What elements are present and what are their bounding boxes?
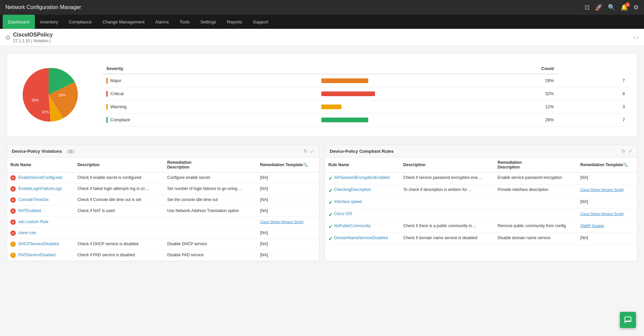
v-col-desc: Description — [74, 157, 164, 173]
compliant-title-group: Device-Policy Compliant Rules — [330, 149, 394, 154]
compliant-title: Device-Policy Compliant Rules — [330, 149, 394, 154]
template-na: [NA] — [260, 186, 268, 191]
v-desc-cell: Check if enable secret is configured — [74, 173, 164, 184]
v-template-cell: [NA] — [257, 250, 319, 261]
c-template-cell: SNMP Disable — [577, 221, 637, 233]
nav-tools[interactable]: Tools — [174, 15, 195, 29]
compliant-template-link[interactable]: Cisco Show Version Script — [580, 188, 624, 192]
c-template-cell: [NA] — [577, 173, 637, 185]
violations-refresh-icon[interactable]: ↻ — [304, 148, 308, 154]
v-template-cell: [NA] — [257, 206, 319, 217]
rule-name-link[interactable]: PADServiceDisabled — [18, 253, 56, 257]
error-icon: ✕ — [10, 197, 16, 203]
severity-bar-cell — [317, 74, 418, 87]
severity-count: 7 — [558, 74, 629, 87]
c-desc-cell: Check if service password encryption ena… — [400, 173, 494, 185]
compliant-icon: ✔ — [328, 236, 333, 242]
severity-pct: 32% — [418, 87, 558, 100]
v-desc-cell: Check if NAT is used — [74, 206, 164, 217]
v-template-cell: Cisco Show Version Script — [257, 217, 319, 228]
c-col-desc: Description — [400, 157, 494, 173]
compliant-rule-link[interactable]: DomainNameServiceDisabled — [334, 236, 388, 240]
c-rule-cell: ✔ CheckingDescription — [325, 185, 400, 197]
pie-chart: 28% 12% 28% 32% — [15, 61, 82, 128]
nav-settings[interactable]: Settings — [195, 15, 222, 29]
v-desc-cell: Check if failed login attempts log is co… — [74, 184, 164, 195]
compliant-rule-link[interactable]: CheckingDescription — [334, 187, 371, 192]
compliant-rule-link[interactable]: SrPasswordEncryptionEnabled — [334, 175, 389, 180]
severity-count: 7 — [558, 113, 629, 126]
severity-bar-cell — [317, 87, 418, 100]
rocket-icon[interactable]: 🚀 — [595, 4, 602, 11]
severity-pct: 28% — [418, 113, 558, 126]
v-rem-desc-cell: Set number of login failures to go unlog… — [164, 184, 257, 195]
float-chat-button[interactable] — [620, 312, 636, 328]
rule-name-link[interactable]: adv custom Rule — [18, 219, 48, 224]
compliant-rule-link[interactable]: Cisco IOS — [334, 211, 352, 216]
c-desc-cell: Check if domain name service is disabled — [400, 233, 494, 245]
c-rule-cell: ✔ SrPasswordEncryptionEnabled — [325, 173, 400, 185]
breadcrumb-subtitle: 27.1.1.10 | Violation | — [13, 39, 53, 43]
rule-name-link[interactable]: clone rule — [18, 230, 36, 235]
gear-icon[interactable]: ⚙ — [633, 4, 639, 11]
nav-support[interactable]: Support — [248, 15, 274, 29]
nav-alarms[interactable]: Alarms — [150, 15, 174, 29]
compliant-expand-icon[interactable]: ⤢ — [628, 148, 632, 154]
compliant-icon: ✔ — [328, 199, 333, 206]
v-template-cell: [NA] — [257, 173, 319, 184]
c-rule-cell: ✔ Interface speed — [325, 197, 400, 209]
breadcrumb-prev-icon[interactable]: ‹ — [633, 34, 635, 41]
nav-reports[interactable]: Reports — [222, 15, 248, 29]
v-rem-desc-cell: Disable PAD service — [164, 250, 257, 261]
violations-panel: Device-Policy Violations 15 ↻ ⤢ Rule Nam… — [7, 145, 319, 261]
nav-compliance[interactable]: Compliance — [63, 15, 97, 29]
rule-name-link[interactable]: DHCPServiceDisabled — [18, 242, 59, 246]
c-rem-desc-cell: Disable domain name service — [494, 233, 577, 245]
compliant-panel-header: Device-Policy Compliant Rules ↻ ⤢ — [325, 145, 637, 157]
monitor-icon[interactable]: ⊡ — [585, 4, 590, 11]
nav-inventory[interactable]: Inventory — [35, 15, 63, 29]
rule-name-link[interactable]: EnableLoginFailureLogs — [18, 186, 62, 191]
search-icon[interactable]: 🔍 — [608, 4, 615, 11]
compliant-template-na: [NA] — [580, 175, 588, 180]
violations-badge: 15 — [66, 149, 75, 154]
compliant-template-link[interactable]: Cisco Show Version Script — [580, 212, 624, 216]
v-rem-desc-cell: Use Network Address Translation option — [164, 206, 257, 217]
nav-dashboard[interactable]: Dashboard — [3, 15, 35, 29]
c-rule-cell: ✔ NoPublicCommunity — [325, 221, 400, 233]
compliant-rule-link[interactable]: NoPublicCommunity — [334, 223, 371, 228]
violations-table: Rule Name Description RemediationDescrip… — [7, 157, 319, 261]
rule-name-link[interactable]: NATEnabled — [18, 208, 41, 213]
bar-col-header — [317, 63, 418, 74]
main-content: 28% 12% 28% 32% Severity Count — [0, 46, 644, 336]
breadcrumb-back-button[interactable]: ⊙ — [5, 34, 10, 41]
v-rule-cell: ✕ ConsoleTimeOut — [7, 195, 74, 206]
c-rule-cell: ✔ DomainNameServiceDisabled — [325, 233, 400, 245]
template-link[interactable]: Cisco Show Version Script — [260, 220, 304, 224]
compliant-refresh-icon[interactable]: ↻ — [622, 148, 626, 154]
rule-name-link[interactable]: ConsoleTimeOut — [18, 197, 49, 202]
violations-controls: ↻ ⤢ — [304, 148, 314, 154]
severity-label: Major — [102, 74, 317, 87]
compliant-rule-link[interactable]: Interface speed — [334, 199, 362, 204]
v-rule-cell: ✕ EnableLoginFailureLogs — [7, 184, 74, 195]
severity-bar-cell — [317, 100, 418, 113]
v-rule-cell: ✕ clone rule — [7, 228, 74, 239]
count-col-header: Count — [418, 63, 558, 74]
compliant-icon: ✔ — [328, 187, 333, 194]
breadcrumb-left: ⊙ CiscoIOSPolicy 27.1.1.10 | Violation | — [5, 32, 53, 43]
nav-change-management[interactable]: Change Management — [97, 15, 150, 29]
c-rem-desc-cell — [494, 209, 577, 221]
c-desc-cell — [400, 209, 494, 221]
compliant-template-link[interactable]: SNMP Disable — [580, 224, 604, 228]
breadcrumb-next-icon[interactable]: › — [637, 34, 639, 41]
breadcrumb-nav: ‹ › — [633, 34, 639, 41]
v-template-cell: [NA] — [257, 239, 319, 250]
notification-bell[interactable]: 🔔 4 — [621, 4, 628, 11]
title-bar-actions: ⊡ 🚀 🔍 🔔 4 ⚙ — [585, 4, 639, 11]
breadcrumb-title: CiscoIOSPolicy — [13, 32, 53, 38]
v-desc-cell — [74, 228, 164, 239]
violations-expand-icon[interactable]: ⤢ — [310, 148, 314, 154]
rule-name-link[interactable]: EnableSecretConfigured — [18, 175, 62, 180]
v-rule-cell: ✕ adv custom Rule — [7, 217, 74, 228]
